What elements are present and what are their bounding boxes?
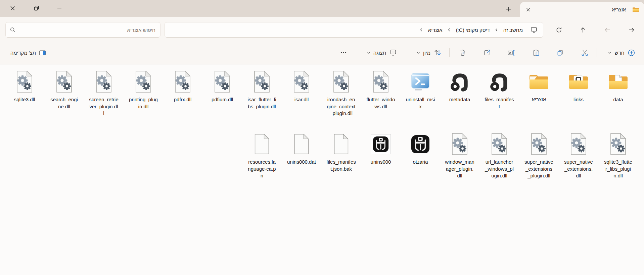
file-item[interactable]: metadata — [440, 70, 479, 103]
file-label: window_manager_plugin.dll — [445, 159, 474, 179]
file-label: pdfrx.dll — [168, 96, 197, 103]
file-item[interactable]: super_native_extensions.dll — [559, 132, 598, 179]
file-item[interactable]: sqlite3.dll — [5, 70, 44, 103]
file-icon — [15, 70, 34, 94]
tab-title: אוצריא — [612, 7, 626, 12]
chevron-left-icon[interactable] — [447, 28, 452, 32]
cut-button[interactable] — [579, 46, 591, 59]
view-button[interactable]: תצוגה — [361, 46, 403, 59]
plus-icon — [506, 6, 511, 12]
nav-forward-button[interactable] — [601, 23, 614, 36]
dll-file-icon — [292, 70, 311, 93]
file-item[interactable]: isar_flutter_libs_plugin.dll — [242, 70, 282, 110]
copy-icon — [556, 49, 564, 57]
nav-refresh-button[interactable] — [552, 23, 565, 36]
dll-file-icon — [371, 70, 390, 93]
file-item[interactable]: files_manifest.json.bak — [321, 132, 361, 172]
file-item[interactable]: resources.language-ca.pri — [242, 132, 282, 179]
dll-file-icon — [490, 133, 509, 156]
search-box — [5, 22, 160, 38]
file-label: sqlite3.dll — [10, 96, 39, 103]
search-icon — [10, 27, 16, 33]
sort-label: מיון — [421, 50, 432, 56]
blank-file-icon — [332, 133, 350, 156]
share-button[interactable] — [481, 46, 493, 59]
file-label: isar_flutter_libs_plugin.dll — [247, 96, 277, 110]
file-item[interactable]: sqlite3_flutter_libs_plugin.dll — [598, 132, 638, 179]
file-icon — [450, 70, 469, 94]
window-restore-button[interactable] — [30, 1, 43, 15]
preview-pane-label: תצ' מקדימה — [8, 50, 38, 56]
file-item[interactable]: window_manager_plugin.dll — [440, 132, 479, 179]
minimize-icon — [57, 5, 62, 11]
file-item[interactable]: pdfium.dll — [202, 70, 242, 103]
new-label: חדש — [612, 50, 626, 56]
nav-up-button[interactable] — [577, 23, 589, 36]
file-item[interactable]: אוצריא — [519, 70, 559, 103]
breadcrumb-otzaria[interactable]: אוצריא — [425, 26, 445, 34]
delete-button[interactable] — [457, 46, 469, 59]
breadcrumb-local-disk-c[interactable]: דיסק מקומי (C:) — [453, 26, 493, 34]
file-item[interactable]: super_native_extensions_plugin.dll — [519, 132, 559, 179]
close-icon — [10, 6, 15, 11]
file-item[interactable]: flutter_windows.dll — [361, 70, 401, 110]
see-more-button[interactable] — [337, 46, 350, 59]
toolbar-divider — [597, 48, 597, 57]
file-item[interactable]: files_manifest — [479, 70, 519, 110]
file-item[interactable]: pdfrx.dll — [163, 70, 202, 103]
file-label: screen_retriever_plugin.dll — [89, 96, 119, 117]
folder-icon — [528, 73, 549, 91]
file-explorer-window: אוצריא — [0, 0, 644, 275]
file-item[interactable]: search_engine.dll — [44, 70, 84, 110]
copy-button[interactable] — [554, 46, 566, 59]
titlebar: אוצריא — [0, 0, 644, 17]
file-item[interactable]: printing_plugin.dll — [124, 70, 163, 110]
file-label: resources.language-ca.pri — [247, 159, 277, 179]
file-item[interactable]: uninstall_msix — [401, 70, 440, 110]
paste-icon — [532, 49, 540, 57]
file-item[interactable]: url_launcher_windows_plugin.dll — [479, 132, 519, 179]
file-item[interactable]: otzaria — [401, 132, 440, 166]
files-area[interactable]: sqlite3.dll search_ — [0, 64, 644, 275]
breadcrumb-this-pc[interactable]: מחשב זה — [501, 26, 525, 34]
file-item[interactable]: links — [559, 70, 598, 103]
nav-back-button[interactable] — [625, 23, 638, 36]
share-icon — [483, 49, 491, 57]
file-item[interactable]: unins000.dat — [282, 132, 321, 166]
file-icon — [530, 132, 548, 156]
tab-close-button[interactable] — [523, 5, 533, 14]
search-input[interactable] — [19, 27, 156, 33]
chevron-left-icon[interactable] — [419, 28, 424, 32]
address-bar[interactable]: מחשב זה דיסק מקומי (C:) אוצריא — [165, 22, 543, 38]
file-label: uninstall_msix — [406, 96, 435, 110]
chevron-left-icon[interactable] — [494, 28, 499, 32]
file-item[interactable]: isar.dll — [282, 70, 321, 103]
new-tab-button[interactable] — [503, 4, 514, 14]
dll-file-icon — [55, 70, 74, 93]
file-label: flutter_windows.dll — [366, 96, 396, 110]
tab-otzaria[interactable]: אוצריא — [520, 2, 644, 17]
file-icon — [252, 70, 271, 94]
file-item[interactable]: data — [598, 70, 638, 103]
blank-file-icon — [293, 133, 310, 156]
file-icon — [55, 70, 74, 94]
refresh-icon — [555, 26, 562, 34]
file-item[interactable]: unins000 — [361, 132, 401, 166]
folder-data-icon — [608, 73, 629, 91]
files-layer: sqlite3.dll search_ — [0, 64, 644, 275]
file-item[interactable]: screen_retriever_plugin.dll — [84, 70, 124, 117]
file-icon — [608, 70, 629, 94]
view-icon — [389, 48, 398, 57]
file-icon — [173, 70, 192, 94]
window-minimize-button[interactable] — [53, 1, 66, 15]
dll-file-icon — [252, 70, 271, 93]
window-close-button[interactable] — [6, 1, 19, 15]
paste-button[interactable] — [530, 46, 542, 59]
toolbar-divider — [355, 48, 355, 57]
sort-button[interactable]: מיון — [411, 46, 447, 59]
rename-button[interactable] — [505, 46, 517, 59]
new-button[interactable]: חדש — [602, 46, 641, 59]
file-item[interactable]: irondash_engine_context_plugin.dll — [321, 70, 361, 117]
preview-pane-toggle[interactable]: תצ' מקדימה — [6, 46, 49, 59]
file-icon — [332, 132, 350, 156]
